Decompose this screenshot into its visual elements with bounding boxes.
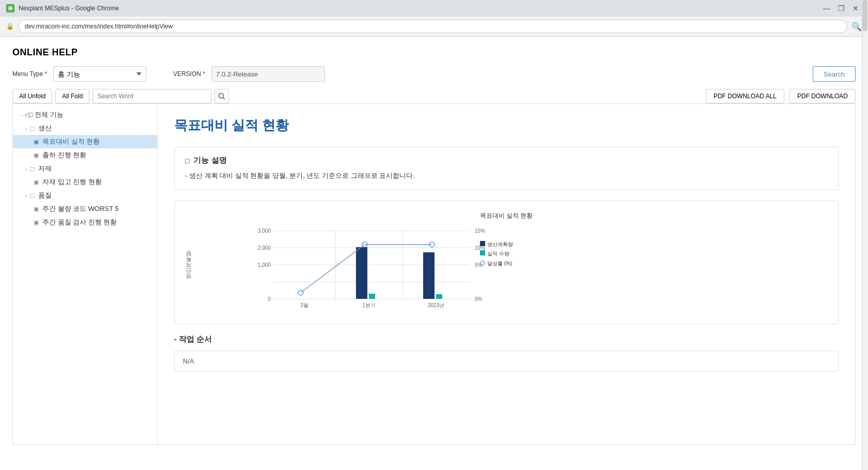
- tree-group-material[interactable]: - □ 자재: [13, 162, 157, 175]
- search-word-input[interactable]: [92, 89, 211, 103]
- minus-icon-quality: -: [25, 192, 27, 199]
- svg-text:15%: 15%: [475, 228, 485, 234]
- doc-icon-4: ▣: [34, 206, 39, 213]
- title-bar-controls[interactable]: — ❐ ✕: [820, 2, 862, 14]
- svg-text:1,000: 1,000: [258, 262, 271, 268]
- search-word-button[interactable]: [214, 89, 229, 103]
- title-bar-left: Nexplant MESplus - Google Chrome: [6, 4, 119, 12]
- function-description-box: 기능 설명 - 생산 계획 대비 실적 현황을 당월, 분기, 년도 기준으로 …: [174, 147, 839, 190]
- svg-line-2: [223, 98, 225, 100]
- minimize-button[interactable]: —: [820, 2, 833, 14]
- minus-icon-material: -: [25, 165, 27, 172]
- svg-text:생산계획량: 생산계획량: [487, 241, 513, 247]
- svg-rect-25: [423, 252, 435, 299]
- svg-text:달성률 (%): 달성률 (%): [487, 261, 512, 266]
- minus-icon: -: [21, 112, 23, 118]
- pdf-download-button[interactable]: PDF DOWNLOAD: [789, 89, 856, 103]
- browser-title: Nexplant MESplus - Google Chrome: [19, 5, 119, 12]
- folder-icon-quality: □: [30, 192, 35, 200]
- all-unfold-button[interactable]: All Unfold: [12, 89, 52, 103]
- y-axis-label: 생산계획량: [185, 255, 193, 283]
- sidebar: - □ - □ 전체 기능 - □ 생산 ▣ 목표대비 실적 현황 ▣ 출하 진…: [13, 104, 158, 444]
- svg-rect-24: [369, 294, 375, 299]
- toolbar-row: All Unfold All Fold PDF DOWNLOAD ALL PDF…: [12, 89, 856, 103]
- browser-icon: [6, 4, 14, 12]
- doc-icon-5: ▣: [34, 219, 39, 226]
- scrollbar-thumb[interactable]: [862, 0, 867, 31]
- maximize-button[interactable]: ❐: [835, 2, 847, 14]
- all-fold-button[interactable]: All Fold: [55, 89, 89, 103]
- address-bar: 🔒 🔍: [0, 17, 868, 36]
- svg-text:3,000: 3,000: [258, 228, 271, 234]
- svg-rect-26: [436, 294, 442, 299]
- svg-line-27: [301, 245, 365, 293]
- page-title: ONLINE HELP: [12, 47, 856, 58]
- svg-text:1분기: 1분기: [362, 302, 376, 308]
- content-area: 목표대비 실적 현황 기능 설명 - 생산 계획 대비 실적 현황을 당월, 분…: [158, 104, 855, 444]
- svg-text:2023년: 2023년: [428, 302, 444, 308]
- na-box: N/A: [174, 351, 839, 372]
- menu-type-select[interactable]: 홈 기능: [53, 66, 146, 82]
- svg-text:0%: 0%: [475, 296, 483, 302]
- folder-icon-production: □: [30, 125, 35, 132]
- pdf-download-all-button[interactable]: PDF DOWNLOAD ALL: [706, 89, 784, 103]
- address-input[interactable]: [18, 20, 847, 33]
- scrollbar-track[interactable]: [862, 0, 868, 455]
- close-button[interactable]: ✕: [849, 2, 862, 14]
- folder-icon-material: □: [30, 165, 35, 173]
- tree-group-quality[interactable]: - □ 품질: [13, 189, 157, 202]
- tree-item-quality-inspection[interactable]: ▣ 주간 품질 검사 진행 현황: [13, 216, 157, 229]
- doc-icon-1: ▣: [34, 139, 39, 145]
- lock-icon: 🔒: [6, 23, 14, 30]
- tree-group-production[interactable]: - □ 생산: [13, 122, 157, 135]
- address-search-icon[interactable]: 🔍: [851, 22, 862, 32]
- tree-root[interactable]: - □ - □ 전체 기능: [13, 108, 157, 122]
- tree-item-shipping[interactable]: ▣ 출하 진행 현황: [13, 148, 157, 162]
- chart-title: 목표대비 실적 현황: [185, 211, 828, 220]
- page-wrapper: ONLINE HELP Menu Type * 홈 기능 VERSION * S…: [0, 37, 868, 455]
- filter-row: Menu Type * 홈 기능 VERSION * Search: [12, 66, 856, 82]
- na-value: N/A: [183, 357, 194, 365]
- chart-svg: 3,000 2,000 1,000 0 15% 10% 5% 0% 3월 1분기…: [196, 225, 557, 313]
- chart-box: 목표대비 실적 현황 생산계획량: [174, 201, 839, 324]
- title-bar: Nexplant MESplus - Google Chrome — ❐ ✕: [0, 0, 868, 17]
- svg-text:2,000: 2,000: [258, 245, 271, 251]
- svg-point-1: [219, 94, 224, 98]
- menu-type-label: Menu Type *: [12, 70, 47, 78]
- minus-icon-production: -: [25, 125, 27, 131]
- content-main-title: 목표대비 실적 현황: [174, 116, 839, 134]
- tree-item-material-inbound[interactable]: ▣ 자재 입고 진행 현황: [13, 175, 157, 189]
- svg-text:실적 수량: 실적 수량: [487, 251, 509, 256]
- doc-icon-2: ▣: [34, 152, 39, 159]
- work-order-title: - 작업 순서: [174, 335, 839, 344]
- tree-item-production-target[interactable]: ▣ 목표대비 실적 현황: [13, 135, 157, 148]
- version-input[interactable]: [211, 66, 325, 82]
- doc-icon-3: ▣: [34, 179, 39, 186]
- svg-rect-32: [480, 241, 485, 246]
- function-desc: - 생산 계획 대비 실적 현황을 당월, 분기, 년도 기준으로 그래프로 표…: [185, 171, 828, 181]
- version-label: VERSION *: [173, 70, 205, 78]
- search-icon: [218, 93, 225, 100]
- svg-text:3월: 3월: [300, 302, 308, 308]
- svg-text:0: 0: [268, 296, 271, 302]
- main-layout: - □ - □ 전체 기능 - □ 생산 ▣ 목표대비 실적 현황 ▣ 출하 진…: [12, 103, 856, 445]
- browser-chrome: Nexplant MESplus - Google Chrome — ❐ ✕ 🔒…: [0, 0, 868, 37]
- function-heading: 기능 설명: [185, 156, 828, 165]
- work-order-section: - 작업 순서 N/A: [174, 335, 839, 372]
- svg-rect-23: [356, 247, 367, 299]
- tree-item-quality-worst5[interactable]: ▣ 주간 불량 코드 WORST 5: [13, 202, 157, 216]
- svg-rect-34: [480, 250, 485, 255]
- search-main-button[interactable]: Search: [813, 66, 856, 82]
